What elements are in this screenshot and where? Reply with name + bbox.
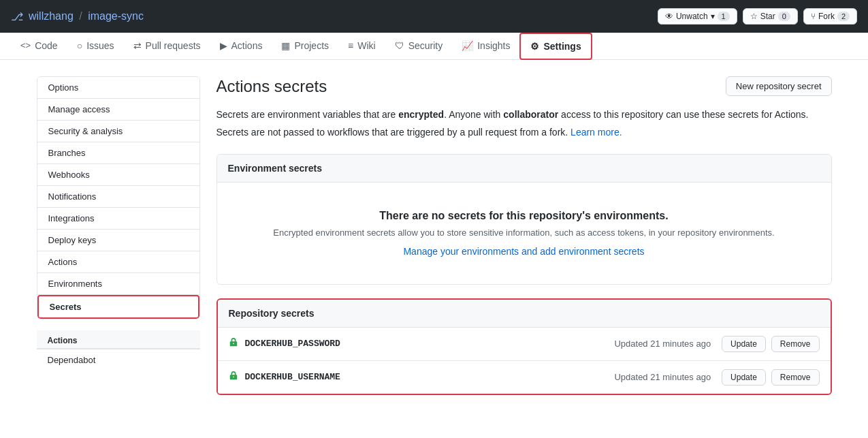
tab-pr-label: Pull requests xyxy=(146,40,201,51)
star-count: 0 xyxy=(778,12,790,21)
secret-updated-1: Updated 21 minutes ago xyxy=(614,339,711,349)
fork-button[interactable]: ⑂ Fork 2 xyxy=(803,8,857,25)
desc-prefix: Secrets are environment variables that a… xyxy=(216,109,399,120)
sidebar-item-branches[interactable]: Branches xyxy=(37,142,199,164)
sidebar-bottom-section: Actions Dependabot xyxy=(37,330,200,371)
env-secrets-empty-desc: Encrypted environment secrets allow you … xyxy=(228,228,820,238)
code-icon: <> xyxy=(20,40,31,50)
top-bar: ⎇ willzhang / image-sync 👁 Unwatch ▾ 1 ☆… xyxy=(0,0,868,33)
secret-actions-2: Update Remove xyxy=(722,369,819,386)
repo-title: willzhang / image-sync xyxy=(29,10,144,22)
star-button[interactable]: ☆ Star 0 xyxy=(743,8,798,25)
update-button-1[interactable]: Update xyxy=(722,336,766,352)
tab-actions-label: Actions xyxy=(231,40,263,51)
tab-projects-label: Projects xyxy=(294,40,329,51)
watch-label: Unwatch xyxy=(676,12,708,21)
tab-security-label: Security xyxy=(408,40,443,51)
sidebar-item-environments[interactable]: Environments xyxy=(37,273,199,295)
env-secrets-empty-title: There are no secrets for this repository… xyxy=(228,210,820,222)
tab-pull-requests[interactable]: ⇄ Pull requests xyxy=(124,33,210,59)
fork-count: 2 xyxy=(837,12,850,21)
insights-icon: 📈 xyxy=(462,40,473,51)
tab-code-label: Code xyxy=(35,40,57,51)
sidebar-item-manage-access[interactable]: Manage access xyxy=(37,99,199,121)
tab-settings[interactable]: ⚙ Settings xyxy=(519,33,592,60)
watch-count: 1 xyxy=(718,12,730,21)
secret-name-2: DOCKERHUB_USERNAME xyxy=(245,372,615,382)
env-secrets-header: Environment secrets xyxy=(217,155,831,183)
sidebar-item-dependabot[interactable]: Dependabot xyxy=(37,349,200,371)
sidebar-item-options[interactable]: Options xyxy=(37,77,199,99)
new-repository-secret-button[interactable]: New repository secret xyxy=(726,76,832,96)
fork-label: Fork xyxy=(818,12,835,21)
learn-more-link[interactable]: Learn more. xyxy=(570,127,622,138)
sidebar-item-integrations[interactable]: Integrations xyxy=(37,208,199,230)
sidebar-item-webhooks[interactable]: Webhooks xyxy=(37,164,199,186)
separator: / xyxy=(79,10,82,22)
layout: Options Manage access Security & analysi… xyxy=(26,60,843,411)
tab-wiki-label: Wiki xyxy=(357,40,375,51)
projects-icon: ▦ xyxy=(281,40,290,51)
sidebar-bottom-group-label: Actions xyxy=(37,330,200,349)
pr-icon: ⇄ xyxy=(133,40,142,51)
secret-updated-2: Updated 21 minutes ago xyxy=(614,372,711,382)
environment-secrets-box: Environment secrets There are no secrets… xyxy=(216,154,832,285)
top-bar-actions: 👁 Unwatch ▾ 1 ☆ Star 0 ⑂ Fork 2 xyxy=(658,8,857,25)
tab-security[interactable]: 🛡 Security xyxy=(385,33,453,59)
main-content: Actions secrets New repository secret Se… xyxy=(216,76,832,395)
tab-insights[interactable]: 📈 Insights xyxy=(452,33,519,59)
tab-projects[interactable]: ▦ Projects xyxy=(272,33,338,59)
repo-name-link[interactable]: image-sync xyxy=(88,10,144,22)
repo-secrets-header: Repository secrets xyxy=(218,300,831,328)
watch-chevron-icon: ▾ xyxy=(711,12,715,21)
manage-environments-link[interactable]: Manage your environments and add environ… xyxy=(403,246,644,257)
desc-collaborator: collaborator xyxy=(503,109,558,120)
tab-wiki[interactable]: ≡ Wiki xyxy=(338,33,385,59)
page-title: Actions secrets xyxy=(216,77,327,96)
update-button-2[interactable]: Update xyxy=(722,369,766,386)
sidebar-item-actions[interactable]: Actions xyxy=(37,251,199,273)
remove-button-2[interactable]: Remove xyxy=(771,369,820,386)
tab-issues[interactable]: ○ Issues xyxy=(67,33,124,59)
watch-button[interactable]: 👁 Unwatch ▾ 1 xyxy=(658,8,737,25)
sidebar-item-notifications[interactable]: Notifications xyxy=(37,186,199,208)
secret-row-dockerhub-password: DOCKERHUB_PASSWORD Updated 21 minutes ag… xyxy=(218,328,831,361)
tab-insights-label: Insights xyxy=(477,40,510,51)
tab-code[interactable]: <> Code xyxy=(11,33,67,59)
actions-icon: ▶ xyxy=(220,40,227,51)
description-line1: Secrets are environment variables that a… xyxy=(216,107,832,122)
sidebar-section-main: Options Manage access Security & analysi… xyxy=(37,76,200,319)
tab-issues-label: Issues xyxy=(86,40,114,51)
description-line2: Secrets are not passed to workflows that… xyxy=(216,125,832,140)
repo-owner-link[interactable]: willzhang xyxy=(29,10,74,22)
issues-icon: ○ xyxy=(77,40,82,51)
page-header: Actions secrets New repository secret xyxy=(216,76,832,96)
desc-suffix: access to this repository can use these … xyxy=(558,109,808,120)
lock-icon-2 xyxy=(229,371,238,384)
secret-name-1: DOCKERHUB_PASSWORD xyxy=(245,339,615,349)
desc-line2-prefix: Secrets are not passed to workflows that… xyxy=(216,127,571,138)
wiki-icon: ≡ xyxy=(348,40,353,51)
lock-icon-1 xyxy=(229,337,238,351)
sidebar-item-security-analysis[interactable]: Security & analysis xyxy=(37,121,199,142)
star-icon: ☆ xyxy=(750,12,758,21)
repository-secrets-box: Repository secrets DOCKERHUB_PASSWORD Up… xyxy=(216,298,832,395)
env-secrets-empty: There are no secrets for this repository… xyxy=(217,183,831,284)
sidebar: Options Manage access Security & analysi… xyxy=(37,76,200,395)
remove-button-1[interactable]: Remove xyxy=(771,336,820,352)
secret-actions-1: Update Remove xyxy=(722,336,819,352)
sidebar-item-deploy-keys[interactable]: Deploy keys xyxy=(37,230,199,251)
nav-tabs: <> Code ○ Issues ⇄ Pull requests ▶ Actio… xyxy=(0,33,868,60)
desc-middle: . Anyone with xyxy=(444,109,503,120)
desc-encrypted: encrypted xyxy=(398,109,444,120)
star-label: Star xyxy=(760,12,775,21)
repo-icon: ⎇ xyxy=(11,10,23,23)
settings-icon: ⚙ xyxy=(530,41,539,52)
tab-actions[interactable]: ▶ Actions xyxy=(210,33,272,59)
fork-icon: ⑂ xyxy=(811,12,816,21)
sidebar-item-secrets[interactable]: Secrets xyxy=(37,295,199,319)
eye-icon: 👁 xyxy=(665,12,673,21)
tab-settings-label: Settings xyxy=(543,41,581,52)
secret-row-dockerhub-username: DOCKERHUB_USERNAME Updated 21 minutes ag… xyxy=(218,361,831,394)
security-icon: 🛡 xyxy=(395,40,404,51)
